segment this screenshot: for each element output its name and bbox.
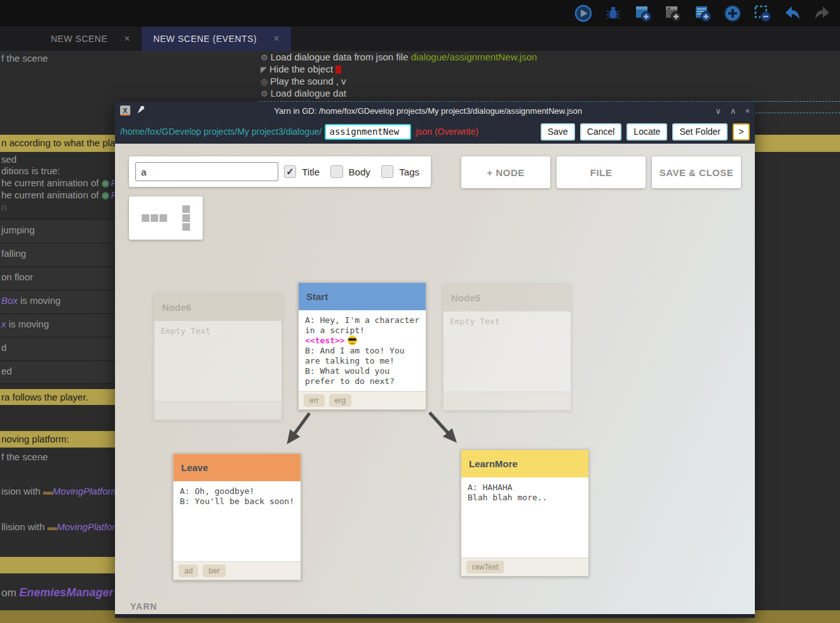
close-icon[interactable]: ×: [745, 106, 750, 116]
zoom-control-widget[interactable]: [129, 196, 203, 240]
shade-icon[interactable]: ∨: [715, 106, 721, 116]
comment-row[interactable]: noving platform:: [0, 431, 115, 448]
yarn-node-learnmore[interactable]: LearnMore A: HAHAHA Blah blah more.. raw…: [461, 449, 589, 577]
gear-icon: ⚙: [261, 53, 268, 62]
debug-icon[interactable]: [604, 4, 622, 22]
pin-icon[interactable]: [137, 105, 145, 117]
filename-input[interactable]: [325, 124, 411, 140]
node-title: Node5: [444, 284, 571, 312]
yarn-node-leave[interactable]: Leave A: Oh, goodbye! B: You'll be back …: [173, 453, 301, 580]
file-button[interactable]: FILE: [557, 156, 646, 188]
event-row-animation-1[interactable]: he current animation of Pl: [1, 177, 119, 188]
event-hide-object[interactable]: ◤Hide the object: [261, 64, 341, 74]
event-row[interactable]: n: [1, 202, 6, 212]
flag-icon: ◤: [261, 65, 267, 74]
yarn-canvas[interactable]: Title Body Tags + NODE FILE SAVE & CLOSE…: [115, 144, 755, 614]
node-footer: [444, 392, 571, 410]
save-and-close-button[interactable]: SAVE & CLOSE: [652, 156, 741, 188]
search-card: Title Body Tags: [129, 156, 431, 187]
dialog-pathbar: /home/fox/GDevelop projects/My project3/…: [115, 120, 755, 144]
event-row[interactable]: f the scene: [1, 451, 48, 462]
tag-chip[interactable]: ber: [203, 565, 225, 577]
title-filter-label: Title: [302, 167, 320, 177]
tags-filter-label: Tags: [399, 167, 419, 177]
tab-new-scene[interactable]: NEW SCENE ×: [39, 27, 142, 51]
node-body: Empty Text: [444, 312, 571, 332]
node-body: A: HAHAHA Blah blah more..: [461, 477, 588, 508]
event-row-collision-1[interactable]: ision with ▬MovingPlatform: [1, 486, 119, 496]
path-prefix: /home/fox/GDevelop projects/My project3/…: [120, 127, 322, 137]
yarn-watermark: YARN: [130, 601, 157, 612]
search-input[interactable]: [135, 162, 278, 181]
vertical-dots-icon: [182, 205, 190, 231]
node-title: Leave: [173, 454, 301, 481]
add-external-layout-icon[interactable]: [664, 4, 682, 22]
tag-chip[interactable]: err: [304, 394, 325, 407]
set-folder-button[interactable]: Set Folder: [672, 123, 728, 140]
restore-icon[interactable]: ∧: [730, 106, 736, 116]
node-body: Empty Text: [154, 321, 281, 341]
event-play-sound[interactable]: ◎Play the sound , v: [261, 76, 346, 86]
tag-chip[interactable]: ad: [179, 565, 198, 577]
event-row-animation-2[interactable]: he current animation of Pl: [1, 189, 119, 200]
event-row[interactable]: ditions is true:: [1, 165, 60, 176]
event-row[interactable]: ed: [0, 360, 115, 384]
title-checkbox[interactable]: [284, 165, 297, 178]
add-node-button[interactable]: + NODE: [461, 156, 550, 188]
event-row-enemies[interactable]: om EnemiesManager: [1, 586, 113, 599]
yarn-node-start[interactable]: Start A: Hey, I'm a character in a scrip…: [298, 282, 426, 410]
yarn-node-node5[interactable]: Node5 Empty Text: [443, 284, 571, 411]
event-row-collision-2[interactable]: llision with ▬MovingPlatform: [1, 521, 123, 532]
comment-row[interactable]: [0, 557, 115, 573]
save-button[interactable]: Save: [541, 123, 575, 140]
event-row[interactable]: f the scene: [1, 53, 48, 64]
dialog-title: Yarn in GD: /home/fox/GDevelop projects/…: [150, 106, 706, 116]
animation-badge-icon: [102, 192, 109, 200]
node-title: Node6: [154, 294, 281, 321]
node-body: A: Oh, goodbye! B: You'll be back soon!: [173, 481, 301, 512]
tags-checkbox[interactable]: [381, 165, 394, 178]
event-row[interactable]: jumping: [0, 219, 115, 243]
node-title: LearnMore: [461, 450, 588, 477]
add-object-icon[interactable]: [724, 4, 742, 22]
event-row[interactable]: d: [0, 337, 115, 360]
node-title: Start: [299, 283, 426, 310]
close-icon[interactable]: ×: [124, 33, 130, 44]
node-body: A: Hey, I'm a character in a script!<<te…: [299, 310, 426, 392]
close-icon[interactable]: ×: [273, 33, 280, 44]
undo-icon[interactable]: [783, 4, 801, 22]
json-file-link[interactable]: dialogue/assignmentNew.json: [411, 51, 537, 62]
remove-selection-icon[interactable]: [754, 4, 771, 22]
tag-chip[interactable]: erg: [329, 394, 351, 407]
tag-chip[interactable]: rawText: [466, 561, 504, 573]
body-checkbox[interactable]: [330, 165, 343, 178]
locate-button[interactable]: Locate: [627, 123, 667, 140]
yarn-node-node6[interactable]: Node6 Empty Text: [154, 293, 282, 420]
add-events-icon[interactable]: [694, 4, 712, 22]
cool-emoji-icon: [348, 336, 357, 345]
event-row[interactable]: sed: [1, 154, 17, 165]
gear-icon: ⚙: [261, 89, 268, 99]
event-row[interactable]: falling: [0, 243, 115, 266]
add-scene-icon[interactable]: [634, 4, 652, 22]
tab-new-scene-events[interactable]: NEW SCENE (EVENTS) ×: [142, 27, 291, 51]
cancel-button[interactable]: Cancel: [580, 123, 622, 140]
sound-icon: ◎: [261, 77, 268, 86]
event-load-dialogue-2[interactable]: ⚙Load dialogue dat: [261, 88, 346, 99]
tab-label: NEW SCENE: [51, 34, 107, 44]
play-icon[interactable]: [574, 4, 592, 22]
app-icon: X: [120, 106, 130, 116]
yarn-dialog-window: X Yarn in GD: /home/fox/GDevelop project…: [115, 102, 755, 618]
more-button[interactable]: >: [733, 123, 750, 140]
dialog-titlebar[interactable]: X Yarn in GD: /home/fox/GDevelop project…: [115, 102, 755, 120]
comment-row[interactable]: ra follows the player.: [0, 389, 115, 405]
event-row[interactable]: Box is moving: [0, 290, 115, 313]
redo-icon[interactable]: [813, 4, 831, 22]
animation-badge-icon: [102, 180, 109, 188]
overwrite-warning: .json (Overwrite): [414, 127, 479, 137]
event-row[interactable]: on floor: [0, 266, 115, 290]
main-toolbar: [0, 0, 840, 27]
event-load-dialogue[interactable]: ⚙Load dialogue data from json file dialo…: [261, 51, 537, 62]
event-row[interactable]: x is moving: [0, 313, 115, 337]
body-filter-label: Body: [349, 167, 370, 177]
